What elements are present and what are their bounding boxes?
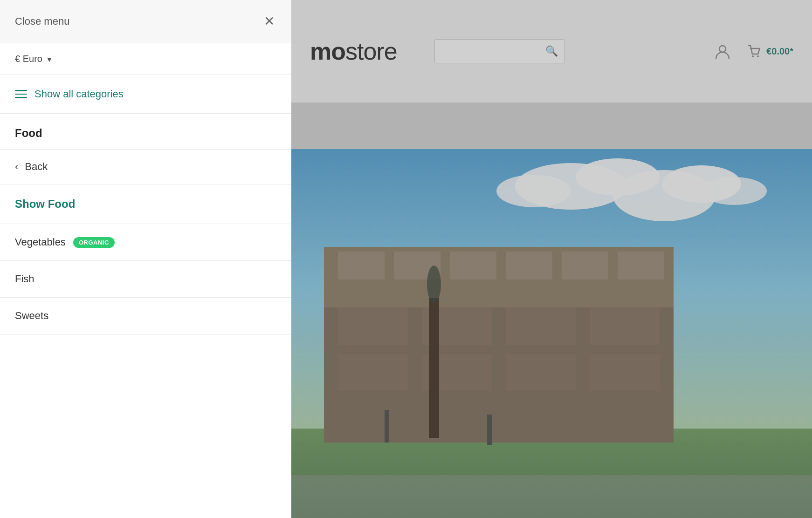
menu-header: Close menu ✕: [0, 0, 291, 43]
sweets-label: Sweets: [15, 310, 48, 322]
show-food-button[interactable]: Show Food: [0, 184, 291, 224]
show-all-categories-button[interactable]: Show all categories: [0, 75, 291, 114]
menu-item-sweets[interactable]: Sweets: [0, 298, 291, 334]
food-title: Food: [15, 127, 42, 139]
vegetables-label: Vegetables: [15, 236, 66, 248]
hamburger-icon: [15, 90, 27, 98]
currency-label: € Euro: [15, 54, 42, 64]
hamburger-line-1: [15, 90, 27, 91]
hamburger-line-3: [15, 97, 27, 98]
overlay: [291, 0, 812, 518]
back-button[interactable]: ‹ Back: [0, 150, 291, 184]
menu-panel: Close menu ✕ € Euro ▼ Show all categorie…: [0, 0, 291, 518]
close-menu-button[interactable]: ✕: [262, 13, 276, 30]
organic-badge: ORGANIC: [73, 237, 115, 248]
show-food-label: Show Food: [15, 198, 75, 210]
currency-chevron-icon: ▼: [46, 56, 53, 63]
food-section-heading: Food: [0, 114, 291, 150]
currency-selector[interactable]: € Euro ▼: [0, 43, 291, 75]
close-menu-label: Close menu: [15, 15, 69, 27]
back-label: Back: [25, 161, 48, 173]
fish-label: Fish: [15, 273, 34, 285]
hamburger-line-2: [15, 94, 27, 95]
menu-item-fish[interactable]: Fish: [0, 261, 291, 298]
menu-item-vegetables[interactable]: Vegetables ORGANIC: [0, 224, 291, 261]
back-chevron-icon: ‹: [15, 161, 18, 173]
show-all-categories-label: Show all categories: [34, 88, 124, 100]
